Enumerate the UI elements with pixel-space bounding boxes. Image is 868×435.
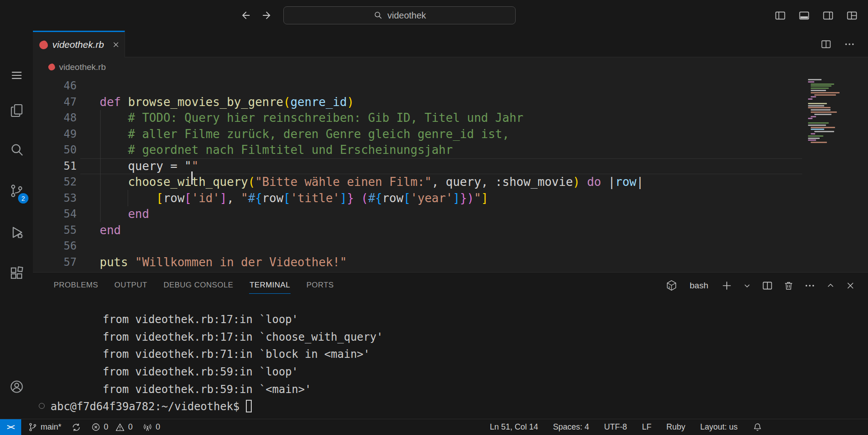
minimap-row (808, 118, 813, 119)
panel-header: PROBLEMS OUTPUT DEBUG CONSOLE TERMINAL P… (33, 273, 868, 298)
activity-bar: 2 (0, 31, 33, 419)
code-line[interactable]: 56 (33, 238, 868, 255)
panel-more-icon[interactable] (804, 280, 816, 292)
minimap-row (811, 127, 835, 128)
code-line[interactable]: 49 # aller Filme zurück, deren Genre gle… (33, 126, 868, 143)
line-content: def browse_movies_by_genre(genre_id) (77, 94, 354, 111)
toggle-secondary-sidebar-icon[interactable] (822, 9, 834, 22)
account-icon[interactable] (9, 379, 24, 394)
more-actions-icon[interactable] (844, 38, 855, 50)
code-line[interactable]: 46 (33, 78, 868, 94)
language-mode-item[interactable]: Ruby (666, 422, 685, 432)
minimap-row (811, 88, 829, 89)
code-line[interactable]: 52 choose_with_query("Bitte wähle einen … (33, 174, 868, 190)
split-editor-icon[interactable] (820, 38, 832, 50)
extensions-icon[interactable] (9, 266, 24, 281)
terminal-line: from videothek.rb:59:in `<main>' (51, 381, 868, 398)
line-content: # geordnet nach Filmtitel und Erscheinun… (77, 142, 453, 158)
line-number: 50 (33, 142, 77, 158)
remote-indicator[interactable]: >< (0, 419, 21, 435)
toggle-primary-sidebar-icon[interactable] (774, 9, 786, 22)
problems-item[interactable]: 0 0 (91, 422, 133, 432)
minimap-row (811, 96, 816, 97)
terminal-prompt: abc@f7d64f39a782:~/videothek$ (51, 400, 240, 413)
code-line[interactable]: 57puts "Willkommen in der Videothek!" (33, 255, 868, 271)
error-icon (91, 422, 101, 432)
terminal-line: from videothek.rb:71:in `block in <main>… (51, 346, 868, 363)
customize-layout-icon[interactable] (846, 9, 858, 22)
command-decoration-circle[interactable] (39, 403, 45, 409)
minimap-row (811, 133, 815, 134)
git-branch-icon (28, 422, 37, 432)
code-lines: 4647def browse_movies_by_genre(genre_id)… (33, 78, 868, 270)
forward-button[interactable] (261, 0, 273, 31)
code-line[interactable]: 47def browse_movies_by_genre(genre_id) (33, 94, 868, 111)
close-tab-icon[interactable] (112, 41, 120, 49)
warning-count: 0 (128, 422, 133, 432)
back-button[interactable] (239, 0, 252, 31)
close-panel-icon[interactable] (845, 281, 855, 291)
tab-debug-console[interactable]: DEBUG CONSOLE (163, 277, 234, 294)
terminal-output[interactable]: from videothek.rb:17:in `loop' from vide… (33, 298, 868, 419)
tab-ports[interactable]: PORTS (306, 277, 334, 294)
statusbar-left: main* 0 0 0 (28, 422, 160, 432)
search-sidebar-icon[interactable] (9, 142, 24, 157)
tab-output[interactable]: OUTPUT (114, 277, 148, 294)
line-content: end (77, 206, 149, 222)
layout-item[interactable]: Layout: us (700, 422, 738, 432)
run-debug-icon[interactable] (9, 225, 24, 240)
tab-label: videothek.rb (52, 39, 104, 50)
code-line[interactable]: 50 # geordnet nach Filmtitel und Erschei… (33, 142, 868, 158)
terminal-prompt-line: abc@f7d64f39a782:~/videothek$ (51, 398, 868, 416)
sync-changes-button[interactable] (71, 422, 81, 432)
code-line[interactable]: 51 query = "" (33, 158, 868, 175)
minimap[interactable] (804, 79, 855, 156)
minimap-row (808, 139, 816, 141)
toggle-panel-icon[interactable] (798, 9, 810, 22)
line-content: # aller Filme zurück, deren Genre gleich… (77, 126, 509, 143)
split-terminal-icon[interactable] (762, 280, 773, 292)
tab-videothek-rb[interactable]: videothek.rb (33, 31, 125, 57)
minimap-row (808, 135, 823, 137)
search-label: videothek (388, 10, 426, 21)
code-line[interactable]: 48 # TODO: Query hier reinschreiben: Gib… (33, 110, 868, 126)
branch-item[interactable]: main* (28, 422, 61, 432)
line-content: puts "Willkommen in der Videothek!" (77, 255, 347, 271)
status-bar: >< main* 0 0 (0, 419, 868, 435)
line-number: 46 (33, 78, 77, 94)
notifications-bell-icon[interactable] (753, 422, 762, 432)
minimap-row (811, 142, 827, 143)
line-number: 48 (33, 110, 77, 126)
code-line[interactable]: 55end (33, 222, 868, 239)
code-line[interactable]: 53 [row['id'], "#{row['title']} (#{row['… (33, 190, 868, 207)
shell-label[interactable]: bash (690, 281, 708, 291)
encoding-item[interactable]: UTF-8 (604, 422, 627, 432)
minimap-row (808, 122, 829, 124)
editor-actions (820, 31, 855, 57)
breadcrumb-item[interactable]: videothek.rb (59, 62, 106, 72)
line-number: 51 (33, 158, 77, 175)
command-center-search[interactable]: videothek (283, 6, 516, 24)
new-terminal-icon[interactable] (721, 280, 733, 292)
branch-label: main* (41, 422, 61, 432)
ports-item[interactable]: 0 (143, 422, 160, 432)
indentation-item[interactable]: Spaces: 4 (553, 422, 589, 432)
maximize-panel-icon[interactable] (826, 281, 836, 291)
terminal-dropdown-icon[interactable] (743, 281, 752, 290)
minimap-row (811, 85, 831, 87)
code-editor[interactable]: 4647def browse_movies_by_genre(genre_id)… (33, 77, 868, 272)
minimap-row (808, 138, 820, 139)
line-content: choose_with_query("Bitte wähle einen Fil… (77, 174, 643, 190)
eol-item[interactable]: LF (642, 422, 651, 432)
cursor-position-item[interactable]: Ln 51, Col 14 (490, 422, 538, 432)
explorer-icon[interactable] (9, 103, 24, 118)
kill-terminal-icon[interactable] (783, 280, 794, 291)
breadcrumb: videothek.rb (33, 57, 868, 77)
panel-tabs: PROBLEMS OUTPUT DEBUG CONSOLE TERMINAL P… (53, 273, 334, 298)
code-line[interactable]: 54 end (33, 206, 868, 222)
terminal-actions: $ bash (666, 273, 855, 298)
tab-terminal[interactable]: TERMINAL (249, 277, 291, 294)
minimap-row (808, 81, 814, 83)
menu-icon[interactable] (10, 69, 23, 82)
tab-problems[interactable]: PROBLEMS (53, 277, 98, 294)
